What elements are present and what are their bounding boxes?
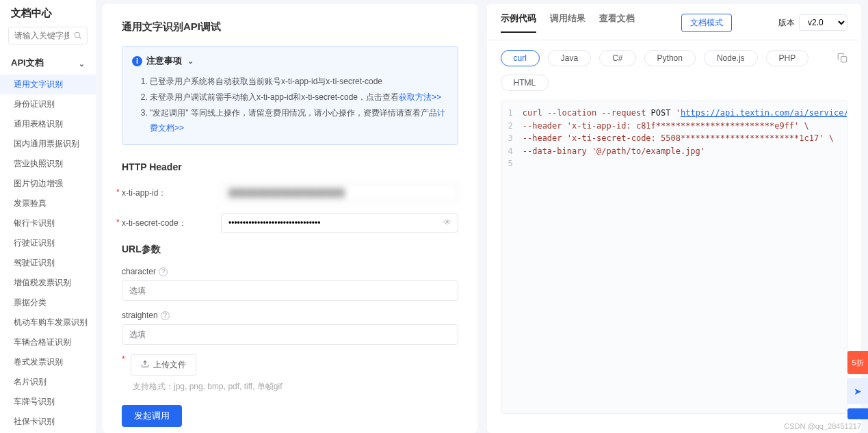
sidebar-item[interactable]: 图片切边增强 <box>0 174 96 194</box>
lang-button[interactable]: PHP <box>766 50 809 66</box>
search-icon <box>73 31 82 42</box>
doc-mode-button[interactable]: 文档模式 <box>681 14 732 32</box>
sidebar-item[interactable]: 国内通用票据识别 <box>0 134 96 154</box>
alert-item: 已登录用户系统将自动获取当前账号x-ti-app-id与x-ti-secret-… <box>150 74 448 90</box>
code-gutter: 12345 <box>501 101 520 413</box>
page-title: 通用文字识别API调试 <box>122 21 458 34</box>
promo-badge[interactable]: 5折 <box>847 351 868 374</box>
sidebar-item[interactable]: 营业执照识别 <box>0 154 96 174</box>
svg-rect-3 <box>841 57 847 62</box>
sidebar-item[interactable]: 名片识别 <box>0 372 96 392</box>
secret-row: x-ti-secret-code： 👁 <box>122 213 458 233</box>
sidebar-item[interactable]: 卷式发票识别 <box>0 352 96 372</box>
alert-list: 已登录用户系统将自动获取当前账号x-ti-app-id与x-ti-secret-… <box>132 74 448 136</box>
upload-icon <box>141 360 149 370</box>
sidebar-item[interactable]: 增值税发票识别 <box>0 273 96 293</box>
alert-item: "发起调用" 等同线上操作，请留意费用情况，请小心操作，资费详情请查看产品计费文… <box>150 105 448 137</box>
alert-item: 未登录用户调试前需手动输入x-ti-app-id和x-ti-secret-cod… <box>150 90 448 105</box>
watermark: CSDN @qq_28451217 <box>784 422 861 430</box>
tab[interactable]: 示例代码 <box>501 12 536 33</box>
lang-button[interactable]: Java <box>548 50 591 66</box>
search-box <box>8 27 88 44</box>
help-icon[interactable]: ? <box>161 311 170 320</box>
alert-box: i 注意事项 ⌄ 已登录用户系统将自动获取当前账号x-ti-app-id与x-t… <box>122 46 458 145</box>
version-select: 版本 v2.0 <box>778 14 847 31</box>
param2-input[interactable] <box>122 324 458 345</box>
sidebar-item[interactable]: 身份证识别 <box>0 94 96 114</box>
param1-input[interactable] <box>122 280 458 301</box>
lang-button[interactable]: C# <box>599 50 635 66</box>
alert-link[interactable]: 获取方法>> <box>399 92 441 102</box>
sidebar-item[interactable]: 发票验真 <box>0 194 96 213</box>
code-content: curl --location --request POST 'https://… <box>520 101 847 413</box>
eye-icon[interactable]: 👁 <box>443 218 451 227</box>
sidebar: 文档中心 API文档 ⌃ 通用文字识别身份证识别通用表格识别国内通用票据识别营业… <box>0 0 96 433</box>
float-column: 5折 ➤ 联系我们 <box>847 351 868 419</box>
tab[interactable]: 查看文档 <box>599 12 635 33</box>
sidebar-section-label: API文档 <box>11 57 44 69</box>
lang-button[interactable]: curl <box>501 50 540 66</box>
sidebar-title: 文档中心 <box>0 0 96 27</box>
version-dropdown[interactable]: v2.0 <box>799 14 847 31</box>
secret-label: x-ti-secret-code： <box>122 218 221 229</box>
sidebar-item[interactable]: 驾驶证识别 <box>0 253 96 273</box>
upload-row: * 上传文件 <box>122 354 458 376</box>
upload-button[interactable]: 上传文件 <box>131 354 196 376</box>
alert-title: 注意事项 <box>146 55 182 67</box>
sidebar-item[interactable]: 机动车购车发票识别 <box>0 313 96 332</box>
debug-panel: 通用文字识别API调试 i 注意事项 ⌄ 已登录用户系统将自动获取当前账号x-t… <box>103 4 477 433</box>
lang-button[interactable]: Node.js <box>704 50 758 66</box>
required-mark: * <box>122 354 125 364</box>
url-params-title: URL参数 <box>122 244 458 256</box>
svg-point-0 <box>75 32 80 38</box>
http-header-title: HTTP Header <box>122 161 458 172</box>
sidebar-item[interactable]: 行驶证识别 <box>0 233 96 253</box>
run-button[interactable]: 发起调用 <box>122 405 182 427</box>
chevron-up-icon: ⌃ <box>79 59 85 68</box>
tabs: 示例代码调用结果查看文档 <box>501 12 635 33</box>
sidebar-item[interactable]: 通用文字识别 <box>0 75 96 94</box>
sidebar-item[interactable]: 社保卡识别 <box>0 412 96 432</box>
help-icon[interactable]: ? <box>159 267 168 276</box>
lang-button[interactable]: Python <box>644 50 696 66</box>
app-id-input[interactable] <box>221 183 458 202</box>
sidebar-section-header[interactable]: API文档 ⌃ <box>0 51 96 75</box>
tab[interactable]: 调用结果 <box>550 12 586 33</box>
upload-label: 上传文件 <box>153 359 186 371</box>
alert-link[interactable]: 计费文档>> <box>150 108 445 133</box>
main: 通用文字识别API调试 i 注意事项 ⌄ 已登录用户系统将自动获取当前账号x-t… <box>96 0 868 433</box>
app-id-label: x-ti-app-id： <box>122 187 221 199</box>
copy-icon[interactable] <box>837 53 847 65</box>
lang-button[interactable]: HTML <box>501 75 549 91</box>
feedback-button[interactable]: ➤ <box>847 378 868 404</box>
alert-header[interactable]: i 注意事项 ⌄ <box>132 55 448 67</box>
param2-label: straighten <box>122 311 158 320</box>
code-panel: 示例代码调用结果查看文档 文档模式 版本 v2.0 curlJavaC#Pyth… <box>487 4 862 433</box>
right-body: curlJavaC#PythonNode.jsPHPHTML 12345 cur… <box>487 40 862 428</box>
secret-input[interactable] <box>221 213 458 233</box>
contact-button[interactable]: 联系我们 <box>847 408 868 419</box>
app-id-row: x-ti-app-id： <box>122 183 458 202</box>
sidebar-item[interactable]: 银行卡识别 <box>0 213 96 233</box>
info-icon: i <box>132 56 142 66</box>
param-straighten: straighten? <box>122 311 458 345</box>
sidebar-item[interactable]: 通用表格识别 <box>0 114 96 134</box>
param1-label: character <box>122 267 156 276</box>
svg-line-1 <box>79 37 81 38</box>
right-header: 示例代码调用结果查看文档 文档模式 版本 v2.0 <box>487 4 862 33</box>
sidebar-item[interactable]: 车辆合格证识别 <box>0 332 96 352</box>
sidebar-item[interactable]: 车牌号识别 <box>0 392 96 412</box>
version-label: 版本 <box>778 17 795 29</box>
support-formats: 支持格式：jpg, png, bmp, pdf, tiff, 单帧gif <box>133 381 458 393</box>
nav-list: 通用文字识别身份证识别通用表格识别国内通用票据识别营业执照识别图片切边增强发票验… <box>0 75 96 433</box>
chevron-down-icon: ⌄ <box>187 57 194 66</box>
sidebar-item[interactable]: 票据分类 <box>0 293 96 313</box>
lang-row: curlJavaC#PythonNode.jsPHPHTML <box>501 50 848 91</box>
code-box[interactable]: 12345 curl --location --request POST 'ht… <box>501 101 848 414</box>
param-character: character? <box>122 267 458 301</box>
